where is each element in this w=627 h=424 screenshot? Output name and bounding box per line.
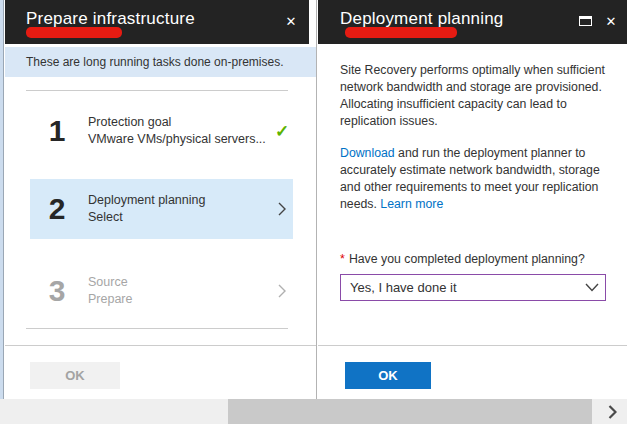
step-subtitle: VMware VMs/physical servers...	[88, 131, 271, 148]
maximize-icon[interactable]	[575, 11, 595, 31]
step-title: Protection goal	[88, 114, 271, 131]
dropdown-selected-value: Yes, I have done it	[341, 280, 579, 295]
step-subtitle: Prepare	[88, 291, 271, 308]
deployment-planning-blade: Deployment planning ✕ Site Recovery perf…	[318, 0, 627, 399]
planner-paragraph: Download and run the deployment planner …	[340, 145, 607, 213]
ok-button-disabled[interactable]: OK	[30, 362, 120, 389]
question-label: Have you completed deployment planning?	[349, 252, 585, 266]
blade-content: Site Recovery performs optimally when su…	[318, 44, 627, 301]
scroll-right-icon[interactable]	[603, 403, 621, 421]
deployment-planning-dropdown[interactable]: Yes, I have done it	[340, 274, 606, 301]
azure-portal-canvas: Prepare infrastructure ✕ These are long …	[0, 0, 627, 424]
step-title: Deployment planning	[88, 192, 271, 209]
download-link[interactable]: Download	[340, 146, 395, 160]
scrollbar-thumb[interactable]	[228, 399, 592, 424]
ok-button[interactable]: OK	[345, 362, 431, 389]
prepare-infrastructure-header: Prepare infrastructure ✕	[5, 0, 309, 44]
step-number: 1	[40, 114, 74, 148]
redaction-mark	[26, 27, 122, 38]
learn-more-link[interactable]: Learn more	[380, 197, 443, 211]
step-number: 2	[40, 192, 74, 226]
check-icon: ✓	[271, 121, 293, 142]
close-icon[interactable]: ✕	[601, 11, 621, 31]
blade-title: Deployment planning	[340, 9, 504, 29]
step-subtitle: Select	[88, 209, 271, 226]
left-blade-footer: OK	[5, 345, 316, 399]
right-blade-footer: OK	[318, 345, 627, 399]
page-left-edge	[0, 0, 4, 399]
step-number: 3	[40, 274, 74, 308]
step-text: Protection goal VMware VMs/physical serv…	[88, 114, 271, 148]
prepare-infrastructure-blade: Prepare infrastructure ✕ These are long …	[5, 0, 317, 399]
horizontal-scrollbar[interactable]	[0, 399, 627, 424]
step-title: Source	[88, 274, 271, 291]
intro-paragraph: Site Recovery performs optimally when su…	[340, 62, 607, 130]
divider	[26, 90, 288, 91]
redaction-mark	[345, 27, 457, 38]
step-text: Deployment planning Select	[88, 192, 271, 226]
step-item-protection-goal[interactable]: 1 Protection goal VMware VMs/physical se…	[30, 102, 293, 160]
step-text: Source Prepare	[88, 274, 271, 308]
chevron-down-icon	[579, 283, 605, 292]
deployment-planning-header: Deployment planning ✕	[318, 0, 627, 44]
chevron-right-icon	[271, 201, 293, 217]
step-item-source[interactable]: 3 Source Prepare	[30, 262, 293, 320]
question-label-row: *Have you completed deployment planning?	[340, 252, 607, 266]
blade-title: Prepare infrastructure	[26, 9, 195, 29]
required-asterisk: *	[340, 252, 345, 266]
info-banner: These are long running tasks done on-pre…	[5, 47, 316, 77]
close-icon[interactable]: ✕	[281, 11, 301, 31]
step-item-deployment-planning[interactable]: 2 Deployment planning Select	[30, 179, 293, 239]
divider	[26, 328, 288, 329]
chevron-right-icon	[271, 283, 293, 299]
